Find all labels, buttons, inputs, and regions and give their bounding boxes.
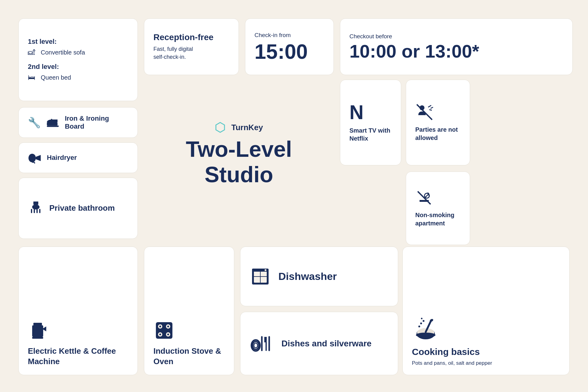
iron-icon: 🔧 [28, 116, 41, 129]
svg-point-51 [421, 318, 423, 319]
hairdryer-label: Hairdryer [47, 154, 77, 162]
dishes-label: Dishes and silverware [281, 339, 371, 349]
svg-point-48 [420, 322, 422, 324]
parties-label: Parties are not allowed [415, 126, 461, 142]
reception-title: Reception-free [153, 32, 229, 42]
level1-item: Convertible sofa [41, 49, 85, 56]
cooking-icon [412, 314, 439, 342]
card-induction: Induction Stove & Oven [144, 247, 234, 375]
svg-point-41 [254, 343, 258, 348]
svg-rect-21 [33, 323, 42, 325]
card-cooking: Cooking basics Pots and pans, oil, salt … [402, 247, 570, 375]
svg-rect-1 [51, 119, 52, 120]
kettle-icon [28, 320, 49, 341]
no-parties-icon [415, 103, 434, 121]
center-brand: TurnKey Two-Level Studio [144, 80, 334, 230]
svg-point-50 [418, 326, 420, 327]
svg-point-3 [28, 154, 36, 162]
cooking-sublabel: Pots and pans, oil, salt and pepper [412, 360, 560, 367]
card-dishes: Dishes and silverware [240, 312, 398, 375]
iron-svg-icon [46, 117, 59, 128]
svg-point-45 [416, 333, 435, 337]
svg-line-14 [428, 105, 431, 107]
svg-rect-24 [156, 322, 172, 339]
svg-rect-0 [47, 123, 58, 126]
card-checkin: Check-in from 15:00 [245, 18, 334, 75]
svg-rect-23 [32, 337, 43, 339]
card-dishwasher: Dishwasher [240, 247, 398, 306]
bathroom-label: Private bathroom [49, 203, 115, 213]
checkin-time: 15:00 [254, 41, 324, 62]
svg-rect-7 [31, 209, 32, 213]
svg-point-31 [159, 334, 161, 335]
induction-icon [153, 320, 175, 341]
turnkey-hex-icon [215, 122, 226, 133]
svg-marker-11 [216, 123, 224, 132]
svg-point-29 [159, 326, 161, 327]
iron-label: Iron & Ironing Board [65, 115, 128, 130]
induction-label: Induction Stove & Oven [153, 346, 225, 367]
card-hairdryer: Hairdryer [18, 142, 138, 173]
svg-rect-2 [47, 126, 59, 127]
brand-title: Two-Level Studio [186, 137, 292, 187]
svg-point-30 [167, 326, 169, 327]
checkout-label: Checkout before [349, 33, 563, 40]
card-iron: 🔧 Iron & Ironing Board [18, 107, 138, 138]
no-smoking-icon [415, 189, 433, 207]
hairdryer-icon [28, 152, 41, 164]
nosmoking-label: Non-smoking apartment [415, 211, 461, 228]
dishwasher-icon [250, 267, 271, 286]
card-checkout: Checkout before 10:00 or 13:00* [340, 18, 573, 75]
checkout-time: 10:00 or 13:00* [349, 42, 563, 61]
svg-line-16 [429, 110, 432, 110]
card-netflix: N Smart TV with Netflix [340, 80, 401, 165]
card-nosmoking: Non-smoking apartment [406, 172, 470, 245]
reception-desc: Fast, fully digital self-check-in. [153, 45, 229, 61]
page: 1st level: 🛋 Convertible sofa 2nd level:… [9, 9, 579, 383]
level2-title: 2nd level: [28, 63, 128, 71]
level2-item: Queen bed [41, 74, 71, 81]
sofa-icon: 🛋 [28, 48, 35, 57]
bed-icon: 🛏 [28, 73, 35, 82]
svg-line-13 [417, 104, 432, 120]
bathroom-icon [28, 200, 44, 216]
level1-title: 1st level: [28, 38, 128, 46]
svg-point-32 [167, 334, 169, 335]
cooking-label: Cooking basics [412, 347, 560, 357]
svg-point-6 [32, 205, 40, 209]
svg-rect-8 [34, 209, 35, 213]
netflix-label: Smart TV with Netflix [349, 126, 392, 142]
card-kettle: Electric Kettle & Coffee Machine [18, 247, 138, 375]
svg-rect-22 [32, 325, 43, 337]
card-bathroom: Private bathroom [18, 178, 138, 239]
svg-rect-9 [36, 209, 38, 213]
checkin-label: Check-in from [254, 32, 324, 39]
brand-name: TurnKey [231, 123, 263, 132]
dishes-icon [250, 334, 274, 353]
dishwasher-label: Dishwasher [278, 270, 337, 282]
card-parties: Parties are not allowed [406, 80, 470, 165]
svg-point-36 [265, 269, 266, 271]
svg-point-49 [423, 320, 424, 322]
card-sleeping: 1st level: 🛋 Convertible sofa 2nd level:… [18, 18, 138, 101]
svg-line-15 [431, 107, 433, 108]
card-reception: Reception-free Fast, fully digital self-… [144, 18, 239, 75]
svg-rect-10 [39, 209, 40, 213]
svg-line-19 [425, 194, 429, 198]
netflix-n: N [349, 103, 364, 122]
kettle-label: Electric Kettle & Coffee Machine [28, 346, 128, 367]
